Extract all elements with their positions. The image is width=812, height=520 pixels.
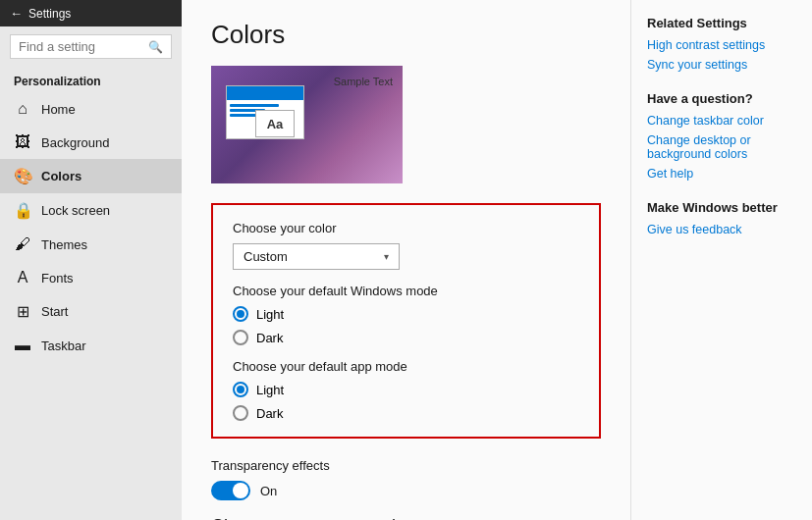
app-mode-light[interactable]: Light — [233, 382, 579, 397]
transparency-value: On — [260, 484, 277, 498]
page-title: Colors — [211, 20, 601, 50]
titlebar-title: Settings — [28, 7, 71, 21]
app-radio-dark-circle — [233, 405, 248, 421]
preview-header — [227, 86, 303, 100]
transparency-toggle[interactable] — [211, 481, 250, 500]
sidebar-item-label: Lock screen — [41, 203, 110, 218]
color-preview: Sample Text Aa — [211, 66, 403, 183]
themes-icon: 🖌 — [14, 235, 31, 253]
feedback-section: Make Windows better Give us feedback — [647, 200, 796, 236]
app-mode-dark-label: Dark — [256, 406, 283, 421]
search-input[interactable] — [19, 39, 142, 54]
right-panel: Related Settings High contrast settings … — [630, 0, 812, 520]
question-section: Have a question? Change taskbar color Ch… — [647, 91, 796, 181]
sidebar-item-label: Colors — [41, 169, 81, 183]
radio-dark-circle — [233, 330, 248, 345]
toggle-thumb — [233, 483, 248, 498]
titlebar: ← Settings — [0, 0, 182, 26]
app-mode-label: Choose your default app mode — [233, 359, 579, 374]
windows-mode-label: Choose your default Windows mode — [233, 284, 579, 298]
sidebar-item-label: Fonts — [41, 271, 74, 286]
sidebar-item-start[interactable]: ⊞ Start — [0, 294, 182, 329]
sidebar-item-home[interactable]: ⌂ Home — [0, 92, 182, 126]
high-contrast-link[interactable]: High contrast settings — [647, 38, 796, 52]
sidebar-item-label: Start — [41, 304, 68, 319]
windows-mode-dark[interactable]: Dark — [233, 330, 579, 345]
related-settings-section: Related Settings High contrast settings … — [647, 16, 796, 72]
app-mode-light-label: Light — [256, 383, 284, 397]
accent-section: Choose your accent color Automatically p… — [211, 516, 601, 520]
sync-settings-link[interactable]: Sync your settings — [647, 58, 796, 72]
search-box[interactable]: 🔍 — [10, 34, 172, 59]
sidebar-item-taskbar[interactable]: ▬ Taskbar — [0, 329, 182, 362]
app-mode-radio-group: Light Dark — [233, 382, 579, 421]
app-mode-dark[interactable]: Dark — [233, 405, 579, 421]
change-desktop-link[interactable]: Change desktop or background colors — [647, 133, 796, 161]
app-radio-light-circle — [233, 382, 248, 397]
dropdown-arrow-icon: ▾ — [384, 251, 389, 262]
main-content: Colors Sample Text Aa Choose your color … — [182, 0, 630, 520]
sidebar-item-themes[interactable]: 🖌 Themes — [0, 228, 182, 261]
taskbar-icon: ▬ — [14, 337, 31, 354]
choose-color-label: Choose your color — [233, 221, 579, 235]
sidebar-item-label: Background — [41, 135, 109, 150]
windows-mode-light-label: Light — [256, 307, 284, 322]
accent-title: Choose your accent color — [211, 516, 601, 520]
windows-mode-dark-label: Dark — [256, 331, 283, 345]
back-icon[interactable]: ← — [10, 6, 23, 21]
sidebar-section-label: Personalization — [0, 67, 182, 92]
toggle-row: On — [211, 481, 601, 500]
home-icon: ⌂ — [14, 100, 31, 118]
start-icon: ⊞ — [14, 302, 31, 321]
windows-mode-radio-group: Light Dark — [233, 306, 579, 345]
feedback-title: Make Windows better — [647, 200, 796, 215]
sidebar-item-colors[interactable]: 🎨 Colors — [0, 159, 182, 193]
radio-light-circle — [233, 306, 248, 322]
background-icon: 🖼 — [14, 133, 31, 151]
transparency-section: Transparency effects On — [211, 458, 601, 500]
sidebar-item-label: Taskbar — [41, 338, 86, 353]
preview-aa: Aa — [255, 110, 295, 137]
transparency-label: Transparency effects — [211, 458, 601, 473]
fonts-icon: A — [14, 269, 31, 286]
color-dropdown[interactable]: Custom ▾ — [233, 243, 400, 270]
sidebar: ← Settings 🔍 Personalization ⌂ Home 🖼 Ba… — [0, 0, 182, 520]
sidebar-item-background[interactable]: 🖼 Background — [0, 126, 182, 159]
sidebar-item-label: Home — [41, 102, 76, 117]
colors-icon: 🎨 — [14, 167, 31, 185]
lock-icon: 🔒 — [14, 201, 31, 220]
windows-mode-light[interactable]: Light — [233, 306, 579, 322]
give-feedback-link[interactable]: Give us feedback — [647, 223, 796, 236]
change-taskbar-color-link[interactable]: Change taskbar color — [647, 114, 796, 128]
sidebar-item-label: Themes — [41, 237, 87, 252]
get-help-link[interactable]: Get help — [647, 167, 796, 181]
dropdown-value: Custom — [244, 249, 288, 264]
question-title: Have a question? — [647, 91, 796, 106]
search-icon: 🔍 — [148, 40, 163, 54]
sidebar-item-fonts[interactable]: A Fonts — [0, 261, 182, 294]
sample-text: Sample Text — [334, 76, 393, 87]
color-settings-box: Choose your color Custom ▾ Choose your d… — [211, 203, 601, 439]
related-settings-title: Related Settings — [647, 16, 796, 30]
sidebar-item-lock-screen[interactable]: 🔒 Lock screen — [0, 193, 182, 228]
